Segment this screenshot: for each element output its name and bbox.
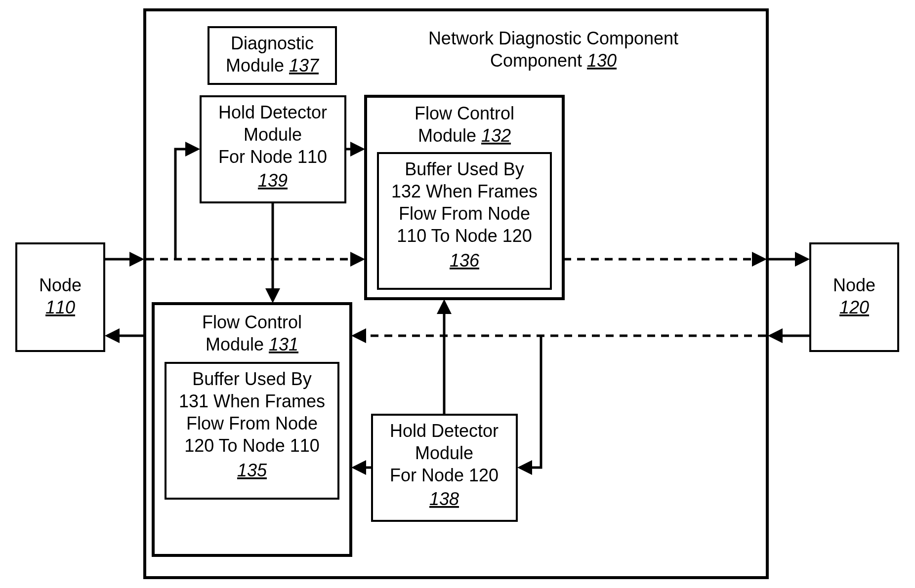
buf135-l4: 120 To Node 110 xyxy=(184,435,320,456)
fc131-l1: Flow Control xyxy=(202,312,302,332)
buf135-l3: Flow From Node xyxy=(186,413,318,433)
buf136-l1: Buffer Used By xyxy=(405,159,524,179)
buf135-l2: 131 When Frames xyxy=(179,391,325,411)
buf136-l4: 110 To Node 120 xyxy=(397,226,532,246)
buf136-l3: Flow From Node xyxy=(399,203,530,224)
diag-num: 137 xyxy=(289,55,320,76)
hold110-num: 139 xyxy=(258,170,288,191)
hold110-l3: For Node 110 xyxy=(218,147,327,167)
hold120-num: 138 xyxy=(429,489,459,509)
buf135-l1: Buffer Used By xyxy=(192,369,311,389)
node-120-num: 120 xyxy=(839,297,869,317)
buf136-num: 136 xyxy=(450,250,480,271)
hold120-l2: Module xyxy=(415,443,473,463)
diag-label-2: Module 137 xyxy=(226,55,320,76)
ndc-label-1: Network Diagnostic Component xyxy=(428,28,678,48)
hold120-l1: Hold Detector xyxy=(390,421,499,441)
hold110-l2: Module xyxy=(244,124,302,145)
hold110-l1: Hold Detector xyxy=(218,102,327,122)
node-110-label: Node xyxy=(39,275,82,295)
fc132-num: 132 xyxy=(481,125,511,146)
fc131-l2: Module 131 xyxy=(206,334,298,354)
fc131-num: 131 xyxy=(269,334,298,354)
buf136-l2: 132 When Frames xyxy=(391,181,538,201)
hold120-l3: For Node 120 xyxy=(390,465,499,485)
buf135-num: 135 xyxy=(237,460,267,480)
node-110-num: 110 xyxy=(45,297,75,317)
fc132-l2: Module 132 xyxy=(418,125,511,146)
ndc-label-2: Component 130 xyxy=(490,50,617,71)
diag-label-1: Diagnostic xyxy=(231,33,314,53)
fc132-l1: Flow Control xyxy=(415,103,514,123)
node-120-label: Node xyxy=(833,275,875,295)
ndc-num: 130 xyxy=(587,50,617,71)
